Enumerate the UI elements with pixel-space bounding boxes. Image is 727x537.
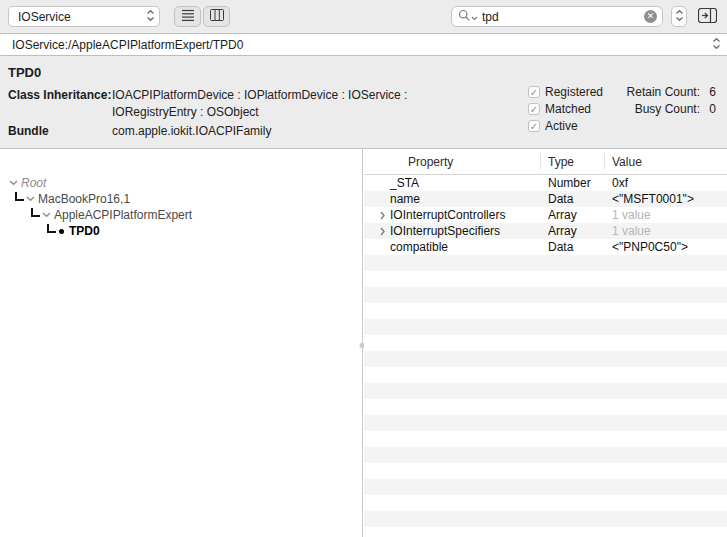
stepper-updown-icon bbox=[675, 9, 684, 25]
bundle-label: Bundle bbox=[8, 124, 49, 138]
path-popup[interactable]: IOService:/AppleACPIPlatformExpert/TPD0 bbox=[0, 33, 727, 56]
column-view-button[interactable] bbox=[203, 6, 230, 27]
property-name: name bbox=[390, 191, 548, 207]
class-inheritance-line2: IORegistryEntry : OSObject bbox=[112, 105, 259, 119]
flag-active: ✓ Active bbox=[528, 117, 603, 134]
tree-item-tpd0[interactable]: TPD0 bbox=[0, 223, 362, 239]
flag-registered: ✓ Registered bbox=[528, 83, 603, 100]
view-mode-segmented-control bbox=[174, 6, 230, 27]
property-value: 1 value bbox=[612, 223, 727, 239]
property-value: <"MSFT0001"> bbox=[612, 191, 727, 207]
matched-label: Matched bbox=[545, 102, 591, 116]
tree-connector bbox=[31, 208, 40, 217]
property-type: Array bbox=[548, 223, 612, 239]
search-scope-chevron-icon bbox=[471, 10, 478, 24]
search-field[interactable]: tpd ✕ bbox=[451, 6, 663, 27]
toolbar: IOService tpd ✕ bbox=[0, 0, 727, 33]
disclosure-triangle-icon[interactable] bbox=[364, 223, 390, 239]
table-row[interactable]: IOInterruptControllers Array 1 value bbox=[364, 207, 727, 223]
disclosure-spacer bbox=[364, 191, 390, 207]
chevron-down-icon[interactable] bbox=[26, 196, 35, 202]
table-row[interactable]: IOInterruptSpecifiers Array 1 value bbox=[364, 223, 727, 239]
registered-checkbox: ✓ bbox=[528, 86, 540, 98]
list-view-button[interactable] bbox=[174, 6, 201, 27]
tree-connector bbox=[15, 192, 24, 201]
property-value: 1 value bbox=[612, 207, 727, 223]
tree-item-root[interactable]: Root bbox=[0, 175, 362, 191]
column-header-type[interactable]: Type bbox=[548, 155, 612, 169]
property-value: 0xf bbox=[612, 175, 727, 191]
inspector-toggle-button[interactable] bbox=[695, 6, 719, 27]
flag-matched: ✓ Matched bbox=[528, 100, 603, 117]
table-row[interactable]: name Data <"MSFT0001"> bbox=[364, 191, 727, 207]
class-inheritance-line1: IOACPIPlatformDevice : IOPlatformDevice … bbox=[112, 88, 407, 102]
column-separator[interactable] bbox=[540, 153, 541, 170]
node-info-header: TPD0 Class Inheritance: IOACPIPlatformDe… bbox=[0, 56, 727, 149]
active-checkbox: ✓ bbox=[528, 120, 540, 132]
property-name: _STA bbox=[390, 175, 548, 191]
columns-icon bbox=[210, 9, 224, 24]
table-row[interactable]: _STA Number 0xf bbox=[364, 175, 727, 191]
node-title: TPD0 bbox=[8, 65, 41, 80]
leaf-bullet-icon bbox=[59, 229, 64, 234]
tree-item-macbookpro[interactable]: MacBookPro16,1 bbox=[0, 191, 362, 207]
popup-updown-icon bbox=[146, 9, 155, 25]
matched-checkbox: ✓ bbox=[528, 103, 540, 115]
tree-item-label: TPD0 bbox=[69, 224, 100, 238]
column-header-value[interactable]: Value bbox=[612, 155, 727, 169]
chevron-down-icon[interactable] bbox=[42, 212, 51, 218]
tree-item-label: Root bbox=[21, 176, 46, 190]
plane-popup[interactable]: IOService bbox=[8, 6, 160, 27]
registered-label: Registered bbox=[545, 85, 603, 99]
property-name: compatible bbox=[390, 239, 548, 255]
search-input[interactable]: tpd bbox=[478, 10, 644, 24]
bundle-value: com.apple.iokit.IOACPIFamily bbox=[112, 124, 271, 138]
property-type: Array bbox=[548, 207, 612, 223]
clear-search-icon[interactable]: ✕ bbox=[644, 10, 657, 23]
chevron-down-icon[interactable] bbox=[9, 180, 18, 186]
path-updown-icon bbox=[712, 37, 721, 53]
class-inheritance-label: Class Inheritance: bbox=[8, 88, 111, 102]
table-body: _STA Number 0xf name Data <"MSFT0001"> I… bbox=[364, 175, 727, 537]
tree-item-appleacpiplatformexpert[interactable]: AppleACPIPlatformExpert bbox=[0, 207, 362, 223]
column-separator[interactable] bbox=[604, 153, 605, 170]
active-label: Active bbox=[545, 119, 578, 133]
retain-count-row: Retain Count: 6 bbox=[600, 83, 716, 100]
table-header: Property Type Value bbox=[364, 149, 727, 175]
tree-item-label: MacBookPro16,1 bbox=[38, 192, 130, 206]
table-row[interactable]: compatible Data <"PNP0C50"> bbox=[364, 239, 727, 255]
disclosure-triangle-icon[interactable] bbox=[364, 207, 390, 223]
list-icon bbox=[181, 9, 195, 24]
property-name: IOInterruptSpecifiers bbox=[390, 223, 548, 239]
state-flags: ✓ Registered ✓ Matched ✓ Active bbox=[528, 83, 603, 134]
disclosure-spacer bbox=[364, 239, 390, 255]
disclosure-spacer bbox=[364, 175, 390, 191]
property-table: Property Type Value _STA Number 0xf name… bbox=[364, 149, 727, 537]
search-icon bbox=[458, 9, 471, 25]
tree-item-label: AppleACPIPlatformExpert bbox=[54, 208, 192, 222]
plane-popup-value: IOService bbox=[18, 10, 71, 24]
busy-count-value: 0 bbox=[700, 102, 716, 116]
property-name: IOInterruptControllers bbox=[390, 207, 548, 223]
search-result-stepper[interactable] bbox=[671, 6, 687, 27]
busy-count-label: Busy Count: bbox=[600, 102, 700, 116]
main-content: Root MacBookPro16,1 AppleACPIPlatformExp… bbox=[0, 149, 727, 537]
property-type: Data bbox=[548, 191, 612, 207]
registry-tree: Root MacBookPro16,1 AppleACPIPlatformExp… bbox=[0, 149, 362, 537]
column-header-property[interactable]: Property bbox=[364, 155, 548, 169]
path-popup-value: IOService:/AppleACPIPlatformExpert/TPD0 bbox=[12, 38, 712, 52]
busy-count-row: Busy Count: 0 bbox=[600, 100, 716, 117]
property-value: <"PNP0C50"> bbox=[612, 239, 727, 255]
counts: Retain Count: 6 Busy Count: 0 bbox=[600, 83, 716, 117]
property-type: Data bbox=[548, 239, 612, 255]
tree-connector bbox=[47, 224, 56, 233]
retain-count-label: Retain Count: bbox=[600, 85, 700, 99]
inspector-panel-icon bbox=[698, 8, 717, 26]
retain-count-value: 6 bbox=[700, 85, 716, 99]
property-type: Number bbox=[548, 175, 612, 191]
